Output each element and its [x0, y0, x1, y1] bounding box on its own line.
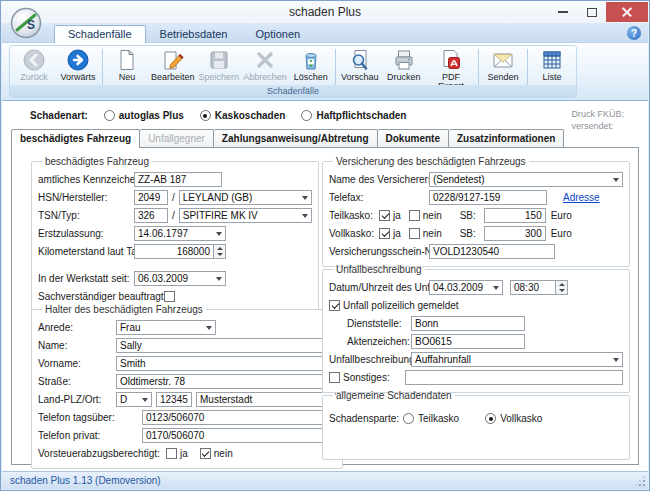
toolbar-button-pdf-export[interactable]: PDF Export: [426, 47, 476, 87]
toolbar-button-vorwaerts[interactable]: Vorwärts: [56, 47, 100, 87]
hsn-code-input[interactable]: [134, 190, 168, 205]
chevron-down-icon[interactable]: [298, 191, 311, 204]
sonstiges-input[interactable]: [405, 370, 623, 385]
vollkasko-nein-checkbox[interactable]: [409, 228, 420, 239]
ribbon-group-label: Schadenfälle: [10, 85, 576, 97]
werkstatt-datepicker[interactable]: 06.03.2009: [134, 271, 226, 286]
toolbar-button-bearbeiten[interactable]: Bearbeiten: [149, 47, 197, 87]
maximize-button[interactable]: [577, 2, 606, 22]
resize-grip[interactable]: [636, 477, 646, 487]
tab-unfallgegner[interactable]: Unfallgegner: [140, 129, 214, 147]
plz-input[interactable]: [156, 392, 192, 407]
telefax-input[interactable]: [429, 190, 547, 205]
close-button[interactable]: [606, 2, 648, 22]
chevron-down-icon[interactable]: [489, 281, 502, 294]
separator-slash: /: [168, 192, 179, 203]
vorname-label: Vorname:: [38, 358, 116, 369]
radio-sparte-teilkasko[interactable]: Teilkasko: [403, 413, 459, 424]
ribbon-tab-schadenfaelle[interactable]: Schadenfälle: [54, 25, 146, 43]
toolbar-button-abbrechen[interactable]: Abbrechen: [241, 47, 289, 87]
strasse-input[interactable]: [116, 374, 336, 389]
minimize-button[interactable]: [548, 2, 577, 22]
svg-text:S: S: [27, 18, 35, 32]
telefon-tag-input[interactable]: [142, 410, 336, 425]
teilkasko-sb-input[interactable]: [484, 208, 546, 223]
chevron-down-icon[interactable]: [609, 173, 622, 186]
hersteller-combobox[interactable]: LEYLAND (GB): [179, 190, 312, 205]
aktenzeichen-input[interactable]: [411, 334, 525, 349]
toolbar-button-vorschau[interactable]: Vorschau: [338, 47, 382, 87]
sachverstaendiger-checkbox[interactable]: [164, 291, 175, 302]
unfall-zeit-input[interactable]: [510, 280, 556, 295]
kennzeichen-label: amtliches Kennzeichen:: [38, 174, 134, 185]
tab-dokumente[interactable]: Dokumente: [378, 129, 449, 147]
help-button[interactable]: ?: [627, 26, 641, 40]
toolbar-button-zurueck[interactable]: Zurück: [12, 47, 56, 87]
kilometerstand-spinner[interactable]: [214, 244, 226, 259]
vorsteuer-ja-checkbox[interactable]: [166, 448, 177, 459]
toolbar-button-drucken[interactable]: Drucken: [382, 47, 426, 87]
chevron-down-icon[interactable]: [138, 393, 151, 406]
title-bar[interactable]: schaden Plus: [1, 1, 649, 23]
vollkasko-ja-checkbox[interactable]: [379, 228, 390, 239]
druck-status: Druck FKÜB: versendet:: [571, 108, 624, 132]
toolbar-button-liste[interactable]: Liste: [530, 47, 574, 87]
spin-down-icon[interactable]: [556, 288, 567, 295]
unfallbeschreibung-combobox[interactable]: Auffahrunfall: [411, 352, 623, 367]
vollkasko-euro-label: Euro: [551, 228, 572, 239]
unfall-datum-datepicker[interactable]: 04.03.2009: [429, 280, 503, 295]
app-logo-button[interactable]: S: [10, 7, 42, 39]
chevron-down-icon[interactable]: [212, 272, 225, 285]
kennzeichen-input[interactable]: [134, 172, 222, 187]
typ-combobox[interactable]: SPITFIRE MK IV: [179, 208, 312, 223]
tab-zahlungsanweisung[interactable]: Zahlungsanweisung/Abtretung: [214, 129, 378, 147]
versicherer-combobox[interactable]: (Sendetest): [429, 172, 623, 187]
tab-zusatzinformationen[interactable]: Zusatzinformationen: [449, 129, 564, 147]
chevron-down-icon[interactable]: [212, 227, 225, 240]
radio-haftpflichtschaden[interactable]: Haftpflichtschaden: [301, 110, 406, 121]
status-text: schaden Plus 1.13 (Demoversion): [10, 475, 161, 486]
vorname-input[interactable]: [116, 356, 336, 371]
chevron-down-icon[interactable]: [609, 353, 622, 366]
toolbar-button-senden[interactable]: Senden: [481, 47, 525, 87]
telefon-privat-label: Telefon privat:: [38, 430, 142, 441]
tsn-code-input[interactable]: [134, 208, 168, 223]
ort-input[interactable]: [196, 392, 336, 407]
toolbar-button-neu[interactable]: Neu: [105, 47, 149, 87]
ribbon-tab-optionen[interactable]: Optionen: [242, 25, 315, 43]
adresse-link[interactable]: Adresse: [563, 192, 600, 203]
sonstiges-checkbox[interactable]: [329, 372, 340, 383]
kilometerstand-input[interactable]: [134, 244, 214, 259]
vollkasko-sb-input[interactable]: [484, 226, 546, 241]
group-halter: Halter des beschädigten Fahrzeugs Anrede…: [31, 304, 343, 469]
toolbar-button-speichern[interactable]: Speichern: [197, 47, 242, 87]
chevron-down-icon[interactable]: [298, 209, 311, 222]
polizei-gemeldet-checkbox[interactable]: [329, 300, 340, 311]
radio-kaskoschaden[interactable]: Kaskoschaden: [200, 110, 286, 121]
printer-icon: [392, 48, 416, 72]
group-title: allgemeine Schadendaten: [333, 390, 455, 401]
vorsteuer-nein-checkbox[interactable]: [200, 448, 211, 459]
name-label: Name:: [38, 340, 116, 351]
ribbon-tab-betriebsdaten[interactable]: Betriebsdaten: [146, 25, 242, 43]
anrede-combobox[interactable]: Frau: [116, 320, 216, 335]
name-input[interactable]: [116, 338, 336, 353]
spin-down-icon[interactable]: [214, 252, 225, 259]
teilkasko-ja-checkbox[interactable]: [379, 210, 390, 221]
toolbar-button-loeschen[interactable]: Löschen: [289, 47, 333, 87]
vollkasko-sb-label: SB:: [460, 228, 484, 239]
telefon-privat-input[interactable]: [142, 428, 336, 443]
erstzulassung-datepicker[interactable]: 14.06.1797: [134, 226, 226, 241]
schadenart-selector: Schadenart: autoglas Plus Kaskoschaden H…: [30, 110, 406, 121]
unfallbeschreibung-label: Unfallbeschreibung:: [329, 354, 411, 365]
radio-sparte-vollkasko[interactable]: Vollkasko: [485, 413, 542, 424]
dienststelle-input[interactable]: [411, 316, 525, 331]
land-combobox[interactable]: D: [116, 392, 152, 407]
chevron-down-icon[interactable]: [202, 321, 215, 334]
schadensparte-label: Schadensparte:: [329, 413, 403, 424]
tab-beschaedigtes-fahrzeug[interactable]: beschädigtes Fahrzeug: [11, 129, 140, 148]
unfall-zeit-spinner[interactable]: [556, 280, 568, 295]
teilkasko-nein-checkbox[interactable]: [409, 210, 420, 221]
radio-autoglas-plus[interactable]: autoglas Plus: [104, 110, 184, 121]
schein-input[interactable]: [429, 244, 555, 259]
